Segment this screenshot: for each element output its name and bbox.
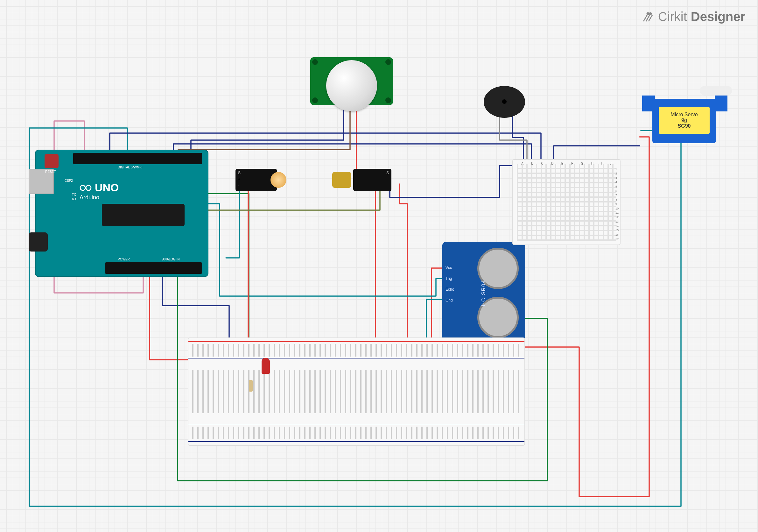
arduino-analog-section: ANALOG IN [162, 258, 180, 261]
servo-label-line2: 9g [681, 118, 687, 123]
arduino-tx-label: TX [72, 193, 76, 196]
arduino-digital-section: DIGITAL (PWM~) [118, 165, 143, 169]
servo-mount-tab [715, 95, 727, 111]
servo-model: SG90 [678, 123, 691, 129]
bb-bot-rail-minus [189, 441, 525, 442]
sonar-model: HC-SR04 [481, 280, 487, 306]
arduino-icsp-label: ICSP2 [64, 179, 73, 182]
resistor[interactable] [249, 380, 253, 392]
bb-bot-rail-plus [189, 425, 525, 425]
servo-sticker: Micro Servo 9g SG90 [659, 107, 709, 134]
arduino-reset-button[interactable] [45, 154, 58, 168]
bb-bot-rail-holes[interactable] [192, 427, 521, 439]
sonar-pin-gnd: Gnd [445, 298, 453, 302]
arduino-power-analog-header[interactable] [105, 262, 202, 274]
brand-name-1: Cirkit [658, 10, 687, 24]
photoresistor-module[interactable]: S + - [235, 162, 290, 197]
sonar-pin-echo: Echo [445, 287, 454, 292]
ldr-pin-minus: - [238, 183, 239, 188]
pir-mount-hole [385, 59, 391, 65]
arduino-reset-label: RESET [45, 170, 56, 173]
laser-emitter [332, 172, 351, 188]
sonar-pin-vcc: Vcc [445, 266, 452, 270]
arduino-power-section: POWER [118, 258, 130, 261]
cirkit-logo-icon [641, 11, 654, 23]
pir-mount-hole [312, 59, 318, 65]
arduino-brand: Arduino [80, 194, 99, 201]
ldr-pin-plus: + [238, 177, 240, 182]
bb-top-rail-plus [189, 341, 525, 342]
laser-board [353, 169, 392, 191]
sonar-pin-trig: Trig [445, 276, 452, 281]
arduino-mcu-chip [102, 204, 185, 226]
design-canvas[interactable]: UNO Arduino RESET ICSP2 TX RX DIGITAL (P… [13, 45, 745, 522]
brand-name-2: Designer [691, 10, 745, 24]
bb-tie-points[interactable] [192, 370, 521, 413]
svg-point-0 [647, 13, 649, 15]
svg-point-1 [649, 13, 651, 15]
breadboard-small-holes[interactable] [517, 164, 616, 241]
pir-sensor[interactable] [310, 57, 393, 124]
ldr-pin-s: S [238, 171, 241, 175]
app-watermark: Cirkit Designer [641, 10, 745, 24]
arduino-digital-header[interactable] [73, 153, 202, 164]
pir-fresnel-dome [326, 60, 377, 111]
bb-top-rail-holes[interactable] [192, 344, 521, 357]
svg-point-3 [86, 185, 91, 191]
breadboard-small[interactable]: ABCDEFGHIJ 1234567891011121314151617 [512, 159, 621, 245]
breadboard-small-row-labels: 1234567891011121314151617 [615, 167, 619, 241]
buzzer-hole [502, 99, 507, 104]
servo-sg90[interactable]: Micro Servo 9g SG90 [637, 92, 726, 156]
svg-point-2 [80, 185, 85, 191]
servo-label-line1: Micro Servo [671, 112, 698, 118]
arduino-model: UNO [95, 182, 119, 194]
arduino-barrel-jack [29, 232, 48, 252]
led-red[interactable] [261, 358, 270, 374]
laser-module[interactable]: S [331, 162, 392, 197]
laser-pin-s: S [386, 171, 389, 175]
pir-mount-hole [385, 97, 391, 103]
arduino-uno[interactable]: UNO Arduino RESET ICSP2 TX RX DIGITAL (P… [35, 150, 208, 277]
servo-horn [700, 86, 732, 95]
buzzer[interactable] [484, 86, 532, 121]
arduino-logo: UNO [80, 182, 119, 194]
ultrasonic-sensor[interactable]: HC-SR04 Vcc Trig Echo Gnd [442, 242, 525, 344]
breadboard-large[interactable] [188, 337, 525, 446]
arduino-infinity-icon [80, 184, 92, 192]
pir-mount-hole [312, 97, 318, 103]
bb-top-rail-minus [189, 358, 525, 359]
arduino-rx-label: RX [72, 197, 76, 201]
ldr-cell [270, 172, 287, 188]
breadboard-small-col-labels: ABCDEFGHIJ [517, 162, 615, 165]
